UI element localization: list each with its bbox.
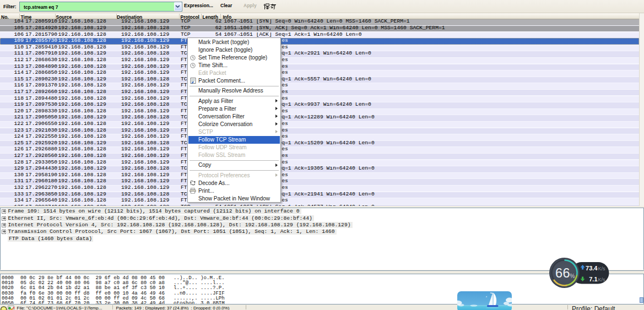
svg-text:K/s: K/s [598,266,606,271]
svg-text:K/s: K/s [598,277,606,282]
svg-text:7.1: 7.1 [589,276,597,282]
svg-text:%: % [570,273,575,279]
svg-text:73.4: 73.4 [586,265,598,271]
svg-text:66: 66 [555,266,570,280]
